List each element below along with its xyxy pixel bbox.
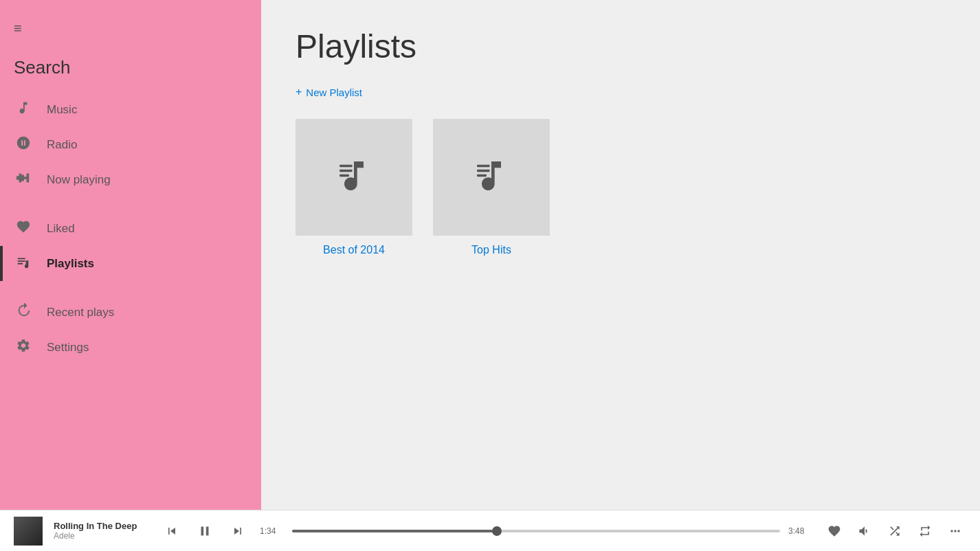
svg-rect-5 bbox=[477, 175, 487, 177]
recent-plays-icon bbox=[14, 303, 33, 322]
new-playlist-label: New Playlist bbox=[306, 87, 362, 98]
player-controls bbox=[161, 520, 249, 542]
sidebar-item-playlists-label: Playlists bbox=[47, 257, 94, 271]
more-icon bbox=[948, 524, 962, 538]
progress-thumb bbox=[492, 526, 502, 536]
now-playing-bar: Rolling In The Deep Adele 1:34 3:48 bbox=[0, 510, 980, 551]
playlist-card-top-hits[interactable]: Top Hits bbox=[433, 119, 550, 256]
shuffle-button[interactable] bbox=[884, 520, 906, 542]
svg-rect-0 bbox=[339, 165, 353, 168]
heart-icon bbox=[827, 524, 841, 538]
sidebar-item-now-playing[interactable]: Now playing bbox=[0, 162, 261, 197]
music-icon bbox=[14, 100, 33, 119]
page-title: Playlists bbox=[296, 27, 946, 65]
prev-button[interactable] bbox=[161, 520, 183, 542]
search-label: Search bbox=[14, 57, 70, 78]
album-art bbox=[14, 517, 43, 546]
playlist-name-top-hits: Top Hits bbox=[471, 244, 511, 256]
progress-fill bbox=[292, 530, 497, 532]
svg-rect-2 bbox=[339, 175, 349, 177]
more-button[interactable] bbox=[944, 520, 966, 542]
sidebar-search[interactable]: Search bbox=[0, 50, 261, 85]
track-artist: Adele bbox=[54, 531, 150, 541]
sidebar-item-radio[interactable]: Radio bbox=[0, 127, 261, 162]
plus-icon: + bbox=[296, 86, 302, 98]
sidebar-item-music[interactable]: Music bbox=[0, 92, 261, 127]
pause-icon bbox=[197, 524, 212, 539]
total-time: 3:48 bbox=[788, 526, 812, 536]
album-art-image bbox=[14, 517, 43, 546]
progress-section: 1:34 3:48 bbox=[260, 526, 812, 536]
like-button[interactable] bbox=[823, 520, 845, 542]
next-icon bbox=[231, 524, 245, 538]
playlist-card-best-of-2014[interactable]: Best of 2014 bbox=[296, 119, 412, 256]
sidebar-item-liked[interactable]: Liked bbox=[0, 211, 261, 246]
liked-icon bbox=[14, 219, 33, 238]
settings-icon bbox=[14, 338, 33, 357]
playlist-thumbnail-top-hits bbox=[433, 119, 550, 236]
now-playing-icon bbox=[14, 170, 33, 189]
track-info: Rolling In The Deep Adele bbox=[54, 521, 150, 541]
hamburger-button[interactable]: ≡ bbox=[0, 14, 261, 50]
sidebar-item-radio-label: Radio bbox=[47, 138, 77, 152]
new-playlist-button[interactable]: + New Playlist bbox=[296, 86, 362, 98]
main-content: Playlists + New Playlist bbox=[261, 0, 980, 510]
volume-icon bbox=[858, 524, 871, 538]
right-controls bbox=[823, 520, 966, 542]
next-button[interactable] bbox=[227, 520, 249, 542]
sidebar-item-recent-plays-label: Recent plays bbox=[47, 306, 114, 319]
svg-rect-3 bbox=[477, 165, 490, 168]
sidebar-item-liked-label: Liked bbox=[47, 222, 75, 236]
sidebar-item-now-playing-label: Now playing bbox=[47, 173, 111, 187]
svg-rect-1 bbox=[339, 170, 353, 172]
sidebar-item-settings-label: Settings bbox=[47, 341, 89, 355]
playlists-icon bbox=[14, 254, 33, 273]
current-time: 1:34 bbox=[260, 526, 284, 536]
sidebar: ≡ Search Music Radio Now playing bbox=[0, 0, 261, 510]
radio-icon bbox=[14, 135, 33, 154]
playlists-grid: Best of 2014 Top Hits bbox=[296, 119, 946, 256]
prev-icon bbox=[165, 524, 179, 538]
sidebar-item-playlists[interactable]: Playlists bbox=[0, 246, 261, 281]
pause-button[interactable] bbox=[194, 520, 216, 542]
sidebar-item-settings[interactable]: Settings bbox=[0, 330, 261, 365]
svg-rect-4 bbox=[477, 170, 490, 172]
volume-button[interactable] bbox=[854, 520, 876, 542]
repeat-icon bbox=[918, 524, 932, 538]
progress-bar[interactable] bbox=[292, 530, 780, 532]
track-title: Rolling In The Deep bbox=[54, 521, 150, 531]
playlist-music-icon bbox=[335, 157, 373, 198]
shuffle-icon bbox=[888, 524, 902, 538]
hamburger-icon: ≡ bbox=[14, 21, 22, 36]
playlist-thumbnail-best-of-2014 bbox=[296, 119, 412, 236]
sidebar-item-music-label: Music bbox=[47, 103, 77, 117]
sidebar-item-recent-plays[interactable]: Recent plays bbox=[0, 295, 261, 330]
playlist-name-best-of-2014: Best of 2014 bbox=[323, 244, 385, 256]
repeat-button[interactable] bbox=[914, 520, 936, 542]
playlist-music-icon-2 bbox=[472, 157, 511, 198]
